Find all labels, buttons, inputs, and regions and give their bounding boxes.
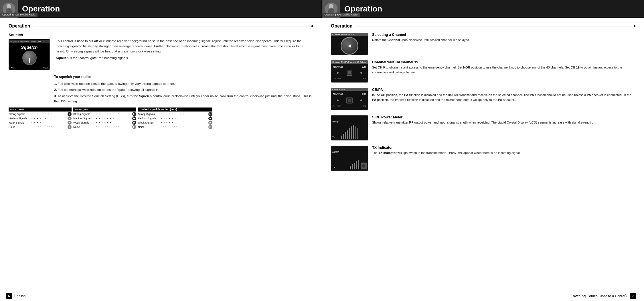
- go-weak-label: Weak Signals: [73, 121, 96, 124]
- steps-content: To squelch your radio: 1. Full clockwise…: [54, 74, 313, 104]
- right-section-line: [355, 26, 633, 26]
- feature-ch9: Channel 9/NOR/Channel 19 Button Normal C…: [331, 60, 635, 83]
- go-strong-arrow: ▶: [132, 112, 136, 116]
- go-strong-row: Strong Signals • • • • • • • • • ▶: [73, 112, 136, 116]
- right-page-num-wrapper: 7: [630, 293, 638, 299]
- go-medium-dots: • • • • • • •: [96, 117, 132, 120]
- feature-srf-text: S/RF Power Meter Shows relative transmit…: [372, 115, 635, 125]
- steps-spacer: [9, 74, 50, 104]
- go-weak-arrow: ▶: [132, 121, 136, 125]
- right-header-subtitle: Operating Your Mobile Radio: [322, 13, 360, 17]
- squelch-text-block: This control is used to cut off or elimi…: [56, 39, 313, 70]
- gc-weak-label: Weak Signals: [9, 121, 31, 124]
- steps-section: To squelch your radio: 1. Full clockwise…: [9, 74, 313, 104]
- to-squelch-title: To squelch your radio: 1. Full clockwise…: [54, 74, 313, 104]
- dss-header: Desired Squelch Setting (DSS): [138, 108, 212, 112]
- right-footer: Nothing Comes Close to a Cobra® 7: [322, 291, 644, 301]
- right-header-title: Operation: [344, 4, 382, 13]
- go-medium-row: Medium Signals • • • • • • • ▶: [73, 116, 136, 120]
- feature-srf-desc: Shows relative transmitter RF output pow…: [372, 120, 635, 125]
- feature-tx-image: TX Indicator Busy TX: [331, 146, 368, 171]
- gate-closed-header: Gate Closed: [9, 108, 72, 112]
- feature-channel-image-label: Channel Selector Knob: [331, 33, 368, 36]
- dss-noise-arrow: ▶: [208, 125, 212, 129]
- go-noise-row: Noise • • • • • • • • • • • ▶: [73, 125, 136, 129]
- gc-noise-arrow: ▶: [68, 125, 72, 129]
- dss-noise-row: Noise • • • • • • • • • • • ▶: [138, 125, 212, 129]
- right-page-num: 7: [630, 293, 636, 299]
- dss-strong-row: Strong Signals • • • • • • • • • ▶: [138, 112, 212, 116]
- dss-strong-arrow: ▶: [208, 112, 212, 116]
- squelch-title: Squelch: [9, 33, 313, 37]
- right-section-dot: [634, 25, 635, 27]
- dss-weak-row: Weak Signals • • • • • ▶: [138, 121, 212, 125]
- feature-cbpa: CB/PA Button Normal CB CH 9/19: [331, 88, 635, 110]
- feature-channel-image: Channel Selector Knob ▼: [331, 33, 368, 55]
- left-footer-text: English: [14, 294, 25, 298]
- feature-cbpa-title: CB/PA: [372, 88, 635, 92]
- feature-tx: TX Indicator Busy TX TX Indicator: [331, 146, 635, 171]
- gc-noise-dots: • • • • • • • • • • • • •: [31, 126, 67, 128]
- dss-strong-label: Strong Signals: [138, 113, 161, 116]
- gc-medium-label: Medium Signals: [9, 117, 31, 120]
- left-header: Operation Operating Your Mobile Radio: [0, 0, 322, 18]
- left-section-dot: [311, 25, 313, 27]
- feature-channel-desc: Rotate the Channel knob clockwise until …: [372, 38, 635, 42]
- go-weak-row: Weak Signals • • • • • • ▶: [73, 121, 136, 125]
- squelch-image: Adjust Squelch/RF Gain Knob Squelch Min …: [9, 39, 50, 70]
- dss-weak-dots: • • • • •: [161, 121, 208, 124]
- gate-open-diagram: Gate Open Strong Signals • • • • • • • •…: [73, 108, 136, 129]
- gate-open-header: Gate Open: [73, 108, 136, 112]
- right-content: Operation Channel Selector Knob ▼ Select…: [322, 18, 644, 182]
- feature-cbpa-desc: In the CB position, the PA function is d…: [372, 93, 635, 102]
- feature-srf-image: S/RF Power Meter Busy TX: [331, 115, 368, 140]
- dss-weak-label: Weak Signals: [138, 121, 161, 124]
- dss-noise-dots: • • • • • • • • • • •: [161, 126, 208, 128]
- squelch-knob[interactable]: [22, 51, 37, 65]
- dss-medium-label: Medium Signals: [138, 117, 161, 120]
- signal-diagrams: Gate Closed Strong Signals • • • • • • •…: [9, 108, 313, 129]
- dss-weak-arrow: ▶: [208, 121, 212, 125]
- gc-medium-arrow: ▶: [68, 116, 72, 120]
- go-noise-label: Noise: [73, 126, 96, 128]
- dss-strong-dots: • • • • • • • • •: [161, 113, 208, 116]
- go-medium-label: Medium Signals: [73, 117, 96, 120]
- gc-noise-label: Noise: [9, 126, 31, 128]
- feature-channel-title: Selecting a Channel: [372, 33, 635, 37]
- left-section-title: Operation: [9, 24, 30, 29]
- dss-noise-label: Noise: [138, 126, 161, 128]
- squelch-body-text: This control is used to cut off or elimi…: [56, 39, 313, 54]
- right-footer-text: Nothing Comes Close to a Cobra®: [573, 294, 627, 298]
- feature-srf-title: S/RF Power Meter: [372, 115, 635, 119]
- feature-channel-text: Selecting a Channel Rotate the Channel k…: [372, 33, 635, 42]
- feature-cbpa-image-label: CB/PA Button: [331, 88, 368, 91]
- gc-noise-row: Noise • • • • • • • • • • • • • ▶: [9, 125, 72, 129]
- feature-ch9-desc: Set CH 9 to obtain instant access to the…: [372, 65, 635, 75]
- gc-weak-row: Weak Signals • • • • • ▶: [9, 121, 72, 125]
- squelch-gate-text: Squelch is the "control gate" for incomi…: [56, 56, 313, 61]
- feature-tx-text: TX Indicator The TX Indicator will light…: [372, 146, 635, 155]
- feature-cbpa-image: CB/PA Button Normal CB CH 9/19: [331, 88, 368, 110]
- gate-closed-diagram: Gate Closed Strong Signals • • • • • • •…: [9, 108, 72, 129]
- feature-ch9-image: Channel 9/NOR/Channel 19 Button Normal C…: [331, 60, 368, 83]
- feature-ch9-text: Channel 9/NOR/Channel 19 Set CH 9 to obt…: [372, 60, 635, 75]
- feature-ch9-image-label: Channel 9/NOR/Channel 19 Button: [331, 60, 368, 64]
- feature-ch9-title: Channel 9/NOR/Channel 19: [372, 60, 635, 64]
- go-noise-dots: • • • • • • • • • • •: [96, 126, 132, 128]
- right-footer-nothing: Nothing: [573, 294, 586, 298]
- left-page: Operation Operating Your Mobile Radio Op…: [0, 0, 322, 301]
- feature-tx-desc: The TX Indicator will light when in the …: [372, 150, 635, 155]
- go-noise-arrow: ▶: [132, 125, 136, 129]
- left-section-line: [33, 26, 310, 26]
- squelch-italic-label: Squelch: [21, 45, 37, 50]
- left-footer: 6 English: [0, 291, 322, 301]
- right-header: Operation Operating Your Mobile Radio: [322, 0, 644, 18]
- squelch-image-label: Adjust Squelch/RF Gain Knob: [9, 40, 50, 43]
- gc-strong-dots: • • • • • • • • •: [31, 113, 67, 116]
- go-strong-dots: • • • • • • • • •: [96, 113, 132, 116]
- feature-tx-title: TX Indicator: [372, 146, 635, 150]
- feature-cbpa-text: CB/PA In the CB position, the PA functio…: [372, 88, 635, 102]
- gc-strong-label: Strong Signals: [9, 113, 31, 116]
- right-section-title-row: Operation: [331, 24, 635, 29]
- left-content: Operation Squelch Adjust Squelch/RF Gain…: [0, 18, 322, 135]
